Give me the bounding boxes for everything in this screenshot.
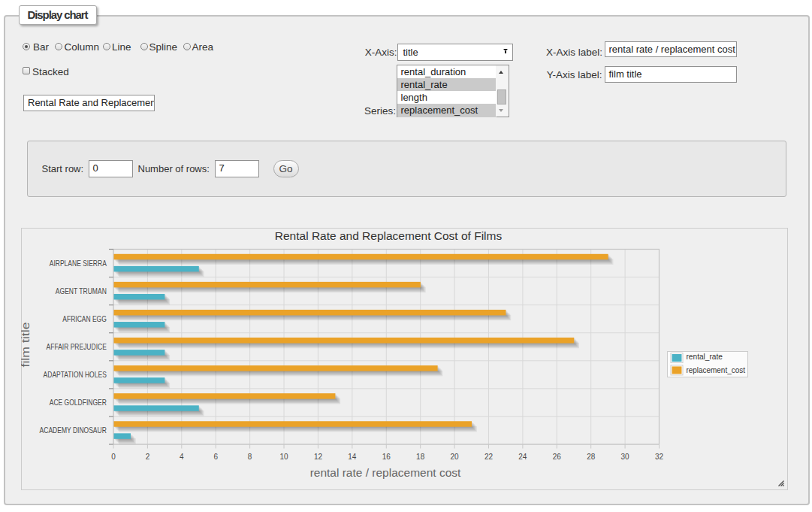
- svg-text:8: 8: [247, 453, 252, 461]
- svg-text:12: 12: [313, 453, 322, 461]
- svg-text:replacement_cost: replacement_cost: [686, 365, 744, 374]
- svg-text:4: 4: [180, 453, 184, 461]
- svg-text:10: 10: [279, 453, 288, 461]
- svg-text:film title: film title: [21, 322, 32, 367]
- svg-text:rental_rate: rental_rate: [686, 352, 723, 361]
- svg-text:22: 22: [484, 453, 493, 461]
- svg-text:AFFAIR PREJUDICE: AFFAIR PREJUDICE: [46, 342, 106, 351]
- svg-text:28: 28: [587, 453, 596, 461]
- svg-text:AIRPLANE SIERRA: AIRPLANE SIERRA: [49, 259, 106, 268]
- svg-text:0: 0: [111, 453, 116, 461]
- svg-text:14: 14: [348, 453, 357, 461]
- svg-text:Rental Rate and Replacement Co: Rental Rate and Replacement Cost of Film…: [274, 229, 502, 242]
- svg-text:24: 24: [518, 453, 527, 461]
- svg-text:ADAPTATION HOLES: ADAPTATION HOLES: [43, 370, 106, 379]
- svg-text:AGENT TRUMAN: AGENT TRUMAN: [55, 286, 106, 295]
- svg-text:AFRICAN EGG: AFRICAN EGG: [62, 314, 107, 323]
- svg-text:32: 32: [654, 453, 663, 461]
- svg-text:18: 18: [416, 453, 425, 461]
- svg-text:6: 6: [213, 453, 218, 461]
- svg-text:26: 26: [552, 453, 561, 461]
- svg-text:2: 2: [145, 453, 149, 461]
- svg-text:20: 20: [450, 453, 459, 461]
- svg-text:16: 16: [382, 453, 391, 461]
- svg-text:ACADEMY DINOSAUR: ACADEMY DINOSAUR: [39, 426, 107, 435]
- svg-text:30: 30: [620, 453, 629, 461]
- svg-text:ACE GOLDFINGER: ACE GOLDFINGER: [49, 398, 106, 407]
- svg-text:rental rate / replacement cost: rental rate / replacement cost: [309, 466, 460, 479]
